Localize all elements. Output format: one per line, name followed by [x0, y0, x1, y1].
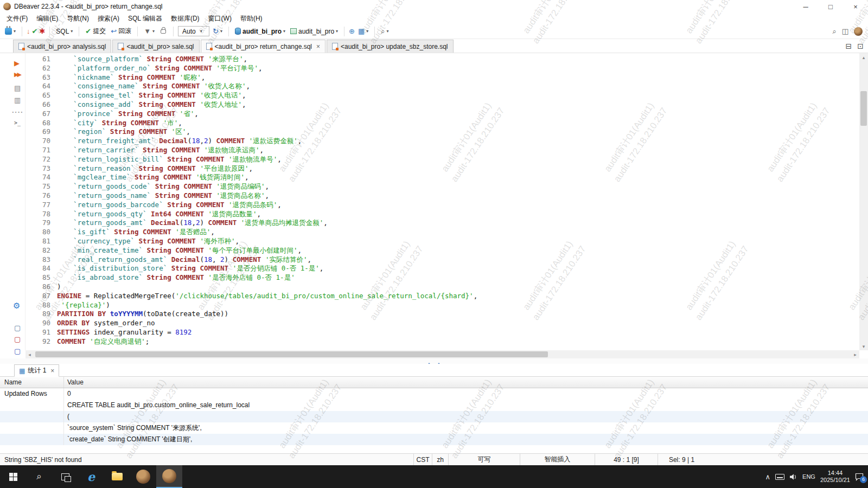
schema-select[interactable]: audit_bi_pro ▾	[289, 27, 340, 36]
code-line[interactable]: `return_reason` String COMMENT '平台退款原因',	[57, 164, 859, 174]
new-connection-button[interactable]: ▾	[3, 27, 17, 36]
sql-menu-button[interactable]: SQL ▾	[54, 27, 74, 36]
open-console-icon[interactable]: >_	[14, 120, 21, 126]
dbeaver-community-icon[interactable]	[854, 27, 863, 36]
stats-row[interactable]: (	[0, 411, 868, 422]
menu-item-0[interactable]: 文件(F)	[2, 13, 32, 24]
query-log-icon[interactable]: ▢	[14, 348, 21, 355]
code-line[interactable]: )	[57, 282, 859, 292]
execute-statement-icon[interactable]: ▶	[14, 60, 20, 67]
column-header-name[interactable]: Name	[0, 377, 64, 388]
code-line[interactable]: `nickname` String COMMENT '昵称',	[57, 73, 859, 82]
code-line[interactable]: ENGINE = ReplicatedMergeTree('/clickhous…	[57, 292, 859, 301]
code-line[interactable]: `is_distribution_store` String COMMENT '…	[57, 264, 859, 273]
scroll-down-icon[interactable]: ▾	[859, 342, 868, 350]
pending-changes-icon[interactable]: ✱	[39, 28, 45, 35]
menu-item-6[interactable]: 窗口(W)	[204, 13, 236, 24]
menu-item-4[interactable]: SQL 编辑器	[124, 13, 167, 24]
execute-script-icon[interactable]: ▶▶	[14, 72, 20, 78]
menu-item-3[interactable]: 搜索(A)	[93, 13, 124, 24]
code-line[interactable]: `return_carrier` String COMMENT '退款物流承运商…	[57, 146, 859, 155]
code-line[interactable]: `province` String COMMENT '省',	[57, 110, 859, 119]
code-line[interactable]: `region` String COMMENT '区',	[57, 127, 859, 137]
toggle-panel-icon[interactable]: ◫	[842, 28, 848, 35]
error-log-icon[interactable]: ▢	[14, 336, 21, 343]
editor-tab[interactable]: <audit_bi_pro> return_change.sql×	[201, 40, 326, 53]
start-button[interactable]	[0, 465, 26, 488]
panel-sash[interactable]	[0, 358, 868, 364]
code-line[interactable]: `consignee_name` String COMMENT '收货人名称',	[57, 82, 859, 91]
menu-item-1[interactable]: 编辑(E)	[32, 13, 62, 24]
tab-statistics[interactable]: ▦ 统计 1 ×	[14, 364, 59, 377]
clock[interactable]: 14:44 2025/10/21	[820, 470, 850, 484]
file-explorer-button[interactable]	[104, 465, 130, 488]
scroll-left-icon[interactable]: ◂	[25, 350, 34, 358]
stats-row[interactable]: `create_date` String COMMENT '创建日期',	[0, 434, 868, 445]
explain-plan-icon[interactable]: ▤	[14, 85, 21, 92]
minimize-window-button[interactable]: ─	[793, 0, 818, 13]
code-line[interactable]: `return_goods_qty` Int64 COMMENT '退货商品数量…	[57, 210, 859, 219]
scroll-right-icon[interactable]: ▸	[851, 350, 859, 358]
code-line[interactable]: '{replica}')	[57, 301, 859, 310]
code-line[interactable]: PARTITION BY toYYYYMM(toDate(create_date…	[57, 310, 859, 319]
export-result-icon[interactable]: ▥	[14, 97, 21, 104]
stats-row[interactable]: CREATE TABLE audit_bi_pro.custom_online_…	[0, 400, 868, 411]
script-output-icon[interactable]: ▢	[14, 324, 21, 331]
code-line[interactable]: `is_abroad_store` String COMMENT '是否海外店铺…	[57, 273, 859, 282]
connection-select[interactable]: audit_bi_pro ▾	[233, 27, 287, 36]
navigator-icon[interactable]: ⊕	[349, 28, 355, 35]
taskbar-search-button[interactable]: ⌕	[26, 465, 52, 488]
input-language-indicator[interactable]: ENG	[802, 473, 815, 480]
horizontal-scroll-thumb[interactable]	[35, 351, 548, 357]
code-line[interactable]: `return_goods_barcode` String COMMENT '退…	[57, 201, 859, 210]
vertical-scroll-thumb[interactable]	[860, 91, 867, 126]
code-line[interactable]: `mgclear_time` String COMMENT '钱货两清时间',	[57, 173, 859, 182]
code-line[interactable]: `consignee_tel` String COMMENT '收货人电话',	[57, 91, 859, 100]
editor-tab[interactable]: <audit_bi_pro> analysis.sql	[13, 40, 111, 53]
code-line[interactable]: `return_freight_amt` Decimal(18,2) COMME…	[57, 137, 859, 146]
touch-keyboard-icon[interactable]	[775, 474, 784, 480]
save-edit-icon[interactable]: ✔	[32, 28, 38, 35]
stats-row[interactable]: `source_system` String COMMENT '来源系统',	[0, 422, 868, 434]
quick-search-icon[interactable]: ⌕	[832, 28, 836, 35]
maximize-window-button[interactable]: □	[818, 0, 843, 13]
commit-button[interactable]: ✔ 提交	[84, 25, 107, 37]
edge-browser-button[interactable]: e	[78, 465, 104, 488]
editor-tab[interactable]: <audit_bi_pro> sale.sql	[112, 40, 199, 53]
code-area[interactable]: `source_platform` String COMMENT '来源平台',…	[57, 53, 859, 350]
tray-expand-icon[interactable]: ∧	[765, 473, 771, 481]
transaction-log-button[interactable]: ▼ ▾	[142, 27, 156, 36]
code-line[interactable]: `min_create_time` String COMMENT '每个平台订单…	[57, 246, 859, 255]
lock-icon[interactable]	[161, 29, 166, 34]
code-line[interactable]: `return_goods_amt` Decimal(18,2) COMMENT…	[57, 219, 859, 228]
code-line[interactable]: ORDER BY system_order_no	[57, 319, 859, 328]
editor-tab[interactable]: <audit_bi_pro> update_sbz_store.sql	[327, 40, 453, 53]
grid-view-button[interactable]: ▦ ▾	[356, 27, 370, 36]
menu-item-7[interactable]: 帮助(H)	[236, 13, 267, 24]
horizontal-scrollbar[interactable]: ◂ ▸	[25, 350, 859, 358]
code-line[interactable]: `city` String COMMENT '市',	[57, 119, 859, 128]
vertical-scrollbar[interactable]: ▴ ▾	[859, 53, 868, 350]
column-header-value[interactable]: Value	[64, 377, 868, 388]
code-line[interactable]: `consignee_add` String COMMENT '收货人地址',	[57, 100, 859, 110]
code-line[interactable]: `currency_type` String COMMENT '海外币种',	[57, 237, 859, 246]
code-line[interactable]: `source_platform` String COMMENT '来源平台',	[57, 55, 859, 64]
close-tab-icon[interactable]: ×	[50, 367, 54, 375]
code-line[interactable]: `return_goods_name` String COMMENT '退货商品…	[57, 191, 859, 201]
stats-row[interactable]: Updated Rows0	[0, 388, 868, 400]
menu-item-5[interactable]: 数据库(D)	[167, 13, 204, 24]
code-line[interactable]: `is_gift` String COMMENT '是否赠品',	[57, 228, 859, 237]
code-line[interactable]: `platform_order_no` String COMMENT '平台订单…	[57, 64, 859, 73]
settings-gear-icon[interactable]: ⚙	[13, 301, 20, 310]
dbeaver-app-button[interactable]	[130, 465, 156, 488]
code-line[interactable]: COMMENT '自定义电商退销';	[57, 337, 859, 346]
more-actions-icon[interactable]: ····	[12, 108, 23, 115]
notification-center-icon[interactable]: 6	[855, 473, 864, 481]
code-line[interactable]: `return_goods_code` String COMMENT '退货商品…	[57, 182, 859, 191]
rollback-button[interactable]: ↩ 回滚	[109, 25, 133, 37]
volume-icon[interactable]	[789, 473, 797, 480]
menu-item-2[interactable]: 导航(N)	[62, 13, 93, 24]
close-tab-icon[interactable]: ×	[316, 43, 320, 50]
task-view-button[interactable]	[52, 465, 78, 488]
fetch-next-icon[interactable]: ↓	[27, 28, 30, 35]
